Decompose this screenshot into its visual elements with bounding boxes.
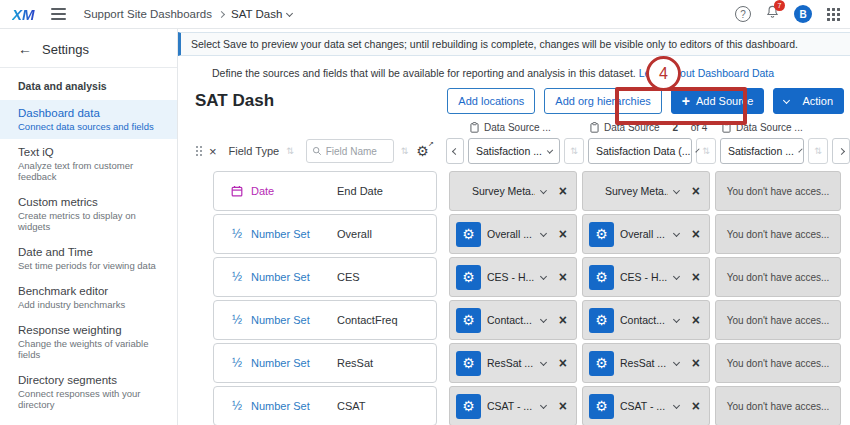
search-input[interactable] <box>326 146 386 157</box>
mapping-cell[interactable]: ⚙CSAT - ...× <box>582 386 710 425</box>
field-card[interactable]: ½ Number Set CSAT <box>213 386 437 425</box>
clear-icon[interactable]: × <box>209 145 217 158</box>
breadcrumb-current[interactable]: SAT Dash <box>231 8 292 20</box>
mapping-cell[interactable]: Survey Meta...× <box>449 171 577 211</box>
sidebar-item-dashboard-data[interactable]: Dashboard data Connect data sources and … <box>0 100 177 139</box>
close-icon[interactable]: × <box>692 270 700 284</box>
close-icon[interactable]: × <box>559 313 567 327</box>
gear-icon[interactable]: ⚙ <box>456 222 481 247</box>
mapping-cell[interactable]: ⚙Overall ...× <box>449 214 577 254</box>
chevron-down-icon[interactable] <box>540 315 547 322</box>
close-icon[interactable]: × <box>692 184 700 198</box>
data-source-columns: Data Source ... Satisfaction ... ⇅ <box>446 122 850 164</box>
field-card[interactable]: ½ Number Set ContactFreq <box>213 300 437 340</box>
gear-icon[interactable]: ⚙ <box>456 351 481 376</box>
chevron-down-icon[interactable] <box>540 229 547 236</box>
field-name-search[interactable] <box>306 139 394 163</box>
data-source-3-select[interactable]: Satisfaction ... <box>720 138 804 164</box>
data-source-1-select[interactable]: Satisfaction ... <box>468 138 560 164</box>
chevron-down-icon[interactable] <box>540 272 547 279</box>
mapping-cell[interactable]: ⚙ResSat ...× <box>582 343 710 383</box>
sort-icon[interactable]: ⇅ <box>286 146 294 156</box>
mapping-cell[interactable]: ⚙CSAT - ...× <box>449 386 577 425</box>
sidebar-item-custom-metrics[interactable]: Custom metrics Create metrics to display… <box>0 189 177 239</box>
breadcrumb-root[interactable]: Support Site Dashboards <box>84 8 213 20</box>
close-icon[interactable]: × <box>559 399 567 413</box>
gear-icon[interactable]: ⚙ <box>589 351 614 376</box>
chevron-down-icon[interactable] <box>540 187 547 194</box>
hamburger-menu-icon[interactable] <box>51 5 66 23</box>
field-card[interactable]: ½ Number Set Overall <box>213 214 437 254</box>
help-icon[interactable]: ? <box>735 6 751 22</box>
mapping-cell[interactable]: ⚙Contact...× <box>582 300 710 340</box>
chevron-down-icon[interactable] <box>540 358 547 365</box>
add-locations-button[interactable]: Add locations <box>447 88 535 114</box>
gear-icon[interactable]: ⚙ <box>589 265 614 290</box>
close-icon[interactable]: × <box>559 184 567 198</box>
drag-handle-icon[interactable] <box>195 145 203 157</box>
gear-icon[interactable]: ⚙↗ <box>416 144 429 158</box>
mapping-cell[interactable]: ⚙Overall ...× <box>582 214 710 254</box>
swap-source-button[interactable]: ⇅ <box>564 138 584 164</box>
add-source-button[interactable]: + Add Source <box>671 88 765 114</box>
swap-source-button[interactable]: ⇅ <box>696 138 716 164</box>
close-icon[interactable]: × <box>559 270 567 284</box>
field-type-label: Number Set <box>251 400 337 412</box>
gear-icon[interactable]: ⚙ <box>589 394 614 419</box>
gear-icon[interactable]: ⚙ <box>456 265 481 290</box>
scroll-columns-right-button[interactable] <box>832 138 850 164</box>
chevron-down-icon[interactable] <box>673 229 680 236</box>
swap-source-button[interactable]: ⇅ <box>808 138 828 164</box>
data-source-2-select[interactable]: Satisfaction Data (... <box>588 138 692 164</box>
avatar[interactable]: B <box>794 5 812 23</box>
close-icon[interactable]: × <box>692 356 700 370</box>
mapping-cell[interactable]: ⚙CES - H...× <box>449 257 577 297</box>
close-icon[interactable]: × <box>692 313 700 327</box>
chevron-down-icon[interactable] <box>673 358 680 365</box>
notifications-button[interactable]: 7 <box>765 4 780 24</box>
scroll-columns-left-button[interactable] <box>446 138 464 164</box>
add-org-hierarchies-button[interactable]: Add org hierarchies <box>544 88 661 114</box>
close-icon[interactable]: × <box>559 356 567 370</box>
data-source-column-2: Data Source 2 of 4 Satisfaction Data (..… <box>588 122 716 164</box>
mapping-cell[interactable]: ⚙Contact...× <box>449 300 577 340</box>
close-icon[interactable]: × <box>692 399 700 413</box>
back-to-settings[interactable]: ← Settings <box>0 29 177 68</box>
chevron-down-icon[interactable] <box>540 401 547 408</box>
mapping-cell[interactable]: Survey Meta...× <box>582 171 710 211</box>
field-card[interactable]: Date End Date <box>213 171 437 211</box>
action-button[interactable]: Action <box>773 88 844 114</box>
sidebar-item-ticket-data[interactable]: Ticket data Define your ticket reporting… <box>0 417 177 425</box>
sort-icon[interactable]: ⇅ <box>401 146 409 156</box>
sidebar-item-title: Directory segments <box>18 374 159 386</box>
chevron-down-icon[interactable] <box>673 187 680 194</box>
chevron-down-icon[interactable] <box>673 401 680 408</box>
no-access-cell: You don't have acces... <box>715 343 841 383</box>
table-header-left: × Field Type ⇅ ⇅ ⚙↗ <box>195 138 446 164</box>
table-row: Date End Date Survey Meta...×Survey Meta… <box>195 171 850 211</box>
gear-icon[interactable]: ⚙ <box>456 394 481 419</box>
mapping-cell[interactable]: ⚙CES - H...× <box>582 257 710 297</box>
clipboard-icon <box>590 122 599 133</box>
sidebar-item-benchmark-editor[interactable]: Benchmark editor Add industry benchmarks <box>0 278 177 317</box>
chevron-down-icon[interactable] <box>673 315 680 322</box>
sidebar-item-response-weighting[interactable]: Response weighting Change the weights of… <box>0 317 177 367</box>
gear-icon[interactable]: ⚙ <box>589 222 614 247</box>
field-card[interactable]: ½ Number Set ResSat <box>213 343 437 383</box>
close-icon[interactable]: × <box>559 227 567 241</box>
field-mapping-table: × Field Type ⇅ ⇅ ⚙↗ <box>178 122 850 425</box>
sidebar-item-date-and-time[interactable]: Date and Time Set time periods for viewi… <box>0 239 177 278</box>
gear-icon[interactable]: ⚙ <box>589 308 614 333</box>
close-icon[interactable]: × <box>692 227 700 241</box>
field-rows: Date End Date Survey Meta...×Survey Meta… <box>195 171 850 425</box>
gear-icon[interactable]: ⚙ <box>456 308 481 333</box>
chevron-down-icon[interactable] <box>673 272 680 279</box>
mapping-cell[interactable]: ⚙ResSat ...× <box>449 343 577 383</box>
app-grid-icon[interactable] <box>826 7 840 21</box>
field-card[interactable]: ½ Number Set CES <box>213 257 437 297</box>
clipboard-icon <box>722 122 731 133</box>
sidebar-item-directory-segments[interactable]: Directory segments Connect responses wit… <box>0 367 177 417</box>
sidebar-item-text-iq[interactable]: Text iQ Analyze text from customer feedb… <box>0 139 177 189</box>
title-row: SAT Dash Add locations Add org hierarchi… <box>178 86 850 120</box>
mapping-field-label: Contact... <box>487 314 532 326</box>
